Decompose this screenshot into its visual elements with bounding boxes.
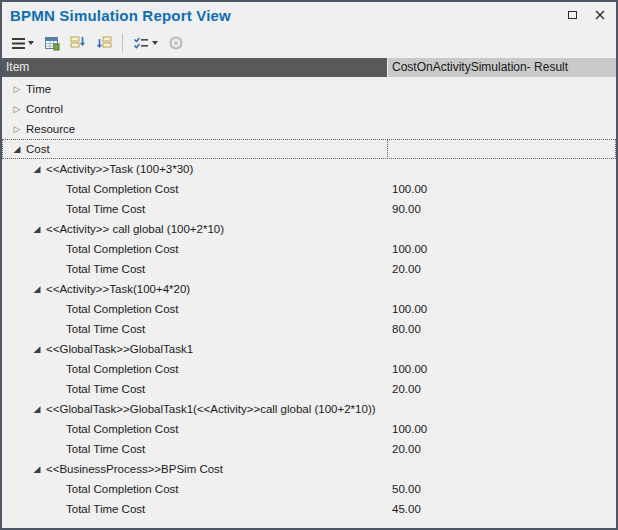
item-label: Total Time Cost <box>66 443 145 455</box>
item-label: <<GlobalTask>>GlobalTask1 <box>46 343 193 355</box>
item-cell: Total Completion Cost <box>2 359 388 379</box>
title-bar: BPMN Simulation Report View <box>2 2 616 28</box>
result-cell <box>388 119 616 139</box>
item-label: Total Completion Cost <box>66 183 179 195</box>
item-label: Total Completion Cost <box>66 423 179 435</box>
toolbar-separator <box>122 34 123 52</box>
item-cell: ◢ Cost <box>2 139 388 159</box>
tree-row[interactable]: Total Completion Cost 100.00 <box>2 299 616 319</box>
result-cell <box>388 279 616 299</box>
expand-glyph-icon[interactable]: ◢ <box>30 279 44 299</box>
expand-glyph-icon[interactable]: ◢ <box>30 219 44 239</box>
expand-glyph-icon[interactable]: ▷ <box>10 119 24 139</box>
item-cell: ▷ Resource <box>2 119 388 139</box>
expand-glyph-icon[interactable]: ◢ <box>30 399 44 419</box>
result-value: 100.00 <box>392 303 427 315</box>
item-cell: ▷ Control <box>2 99 388 119</box>
result-value: 100.00 <box>392 423 427 435</box>
result-cell: 100.00 <box>388 359 616 379</box>
item-label: Resource <box>26 123 75 135</box>
grid-header: Item CostOnActivitySimulation- Result <box>2 58 616 77</box>
item-cell: ◢ <<GlobalTask>>GlobalTask1 <box>2 339 388 359</box>
tree-row[interactable]: Total Time Cost 80.00 <box>2 319 616 339</box>
tree-row[interactable]: Total Completion Cost 100.00 <box>2 419 616 439</box>
result-cell <box>388 139 616 159</box>
bpmn-simulation-report-window: BPMN Simulation Report View <box>0 0 618 530</box>
tree-row[interactable]: Total Time Cost 90.00 <box>2 199 616 219</box>
result-value: 100.00 <box>392 183 427 195</box>
checklist-options-icon <box>133 36 149 50</box>
item-cell: ◢ <<BusinessProcess>>BPSim Cost <box>2 459 388 479</box>
result-value: 20.00 <box>392 383 421 395</box>
caption-buttons <box>560 5 612 25</box>
tree-row[interactable]: ◢ <<Activity>>Task(100+4*20) <box>2 279 616 299</box>
item-cell: ◢ <<Activity>>Task(100+4*20) <box>2 279 388 299</box>
result-cell <box>388 159 616 179</box>
options-button[interactable] <box>129 32 162 54</box>
item-cell: ▷ Time <box>2 79 388 99</box>
item-label: Cost <box>26 143 50 155</box>
item-cell: Total Completion Cost <box>2 419 388 439</box>
expand-tree-icon <box>70 35 86 51</box>
item-label: Total Time Cost <box>66 383 145 395</box>
record-button[interactable] <box>164 32 188 54</box>
item-label: <<BusinessProcess>>BPSim Cost <box>46 463 223 475</box>
result-cell <box>388 459 616 479</box>
tree-row[interactable]: ◢ Cost <box>2 139 616 159</box>
tree-row[interactable]: Total Completion Cost 50.00 <box>2 479 616 499</box>
item-cell: Total Time Cost <box>2 499 388 519</box>
tree-row[interactable]: ▷ Resource <box>2 119 616 139</box>
dropdown-caret-icon <box>28 41 34 45</box>
close-button[interactable] <box>588 5 612 25</box>
item-cell: ◢ <<Activity>> call global (100+2*10) <box>2 219 388 239</box>
collapse-tree-icon <box>96 35 112 51</box>
report-table-icon <box>44 35 60 51</box>
item-label: Total Time Cost <box>66 263 145 275</box>
window-title: BPMN Simulation Report View <box>10 7 231 24</box>
tree-row[interactable]: Total Completion Cost 100.00 <box>2 359 616 379</box>
item-cell: Total Time Cost <box>2 439 388 459</box>
item-label: Total Time Cost <box>66 203 145 215</box>
tree-row[interactable]: Total Time Cost 20.00 <box>2 439 616 459</box>
maximize-button[interactable] <box>560 5 584 25</box>
tree-row[interactable]: ◢ <<BusinessProcess>>BPSim Cost <box>2 459 616 479</box>
expand-all-button[interactable] <box>66 32 90 54</box>
expand-glyph-icon[interactable]: ◢ <box>10 139 24 159</box>
expand-glyph-icon[interactable]: ◢ <box>30 459 44 479</box>
record-circle-icon <box>168 35 184 51</box>
column-header-result[interactable]: CostOnActivitySimulation- Result <box>388 58 616 77</box>
expand-glyph-icon[interactable]: ◢ <box>30 339 44 359</box>
collapse-all-button[interactable] <box>92 32 116 54</box>
tree-row[interactable]: ◢ <<Activity>> call global (100+2*10) <box>2 219 616 239</box>
result-cell <box>388 79 616 99</box>
menu-button[interactable] <box>8 32 38 54</box>
item-label: Control <box>26 103 63 115</box>
tree-row[interactable]: ▷ Time <box>2 79 616 99</box>
item-label: Time <box>26 83 51 95</box>
result-value: 45.00 <box>392 503 421 515</box>
item-label: Total Completion Cost <box>66 483 179 495</box>
tree-row[interactable]: Total Completion Cost 100.00 <box>2 179 616 199</box>
dropdown-caret-icon <box>152 41 158 45</box>
tree-row[interactable]: Total Time Cost 20.00 <box>2 379 616 399</box>
result-cell <box>388 219 616 239</box>
expand-glyph-icon[interactable]: ▷ <box>10 79 24 99</box>
toolbar <box>2 28 616 58</box>
tree-row[interactable]: ◢ <<GlobalTask>>GlobalTask1 <box>2 339 616 359</box>
result-cell: 20.00 <box>388 379 616 399</box>
result-value: 20.00 <box>392 263 421 275</box>
tree-row[interactable]: Total Time Cost 20.00 <box>2 259 616 279</box>
expand-glyph-icon[interactable]: ▷ <box>10 99 24 119</box>
tree-row[interactable]: ▷ Control <box>2 99 616 119</box>
maximize-icon <box>568 11 577 19</box>
tree-row[interactable]: Total Completion Cost 100.00 <box>2 239 616 259</box>
export-report-button[interactable] <box>40 32 64 54</box>
item-cell: Total Completion Cost <box>2 179 388 199</box>
expand-glyph-icon[interactable]: ◢ <box>30 159 44 179</box>
tree-row[interactable]: ◢ <<Activity>>Task (100+3*30) <box>2 159 616 179</box>
tree-row[interactable]: ◢ <<GlobalTask>>GlobalTask1(<<Activity>>… <box>2 399 616 419</box>
close-icon <box>595 10 605 20</box>
column-header-item[interactable]: Item <box>2 58 388 77</box>
tree-row[interactable]: Total Time Cost 45.00 <box>2 499 616 519</box>
item-label: <<Activity>> call global (100+2*10) <box>46 223 224 235</box>
